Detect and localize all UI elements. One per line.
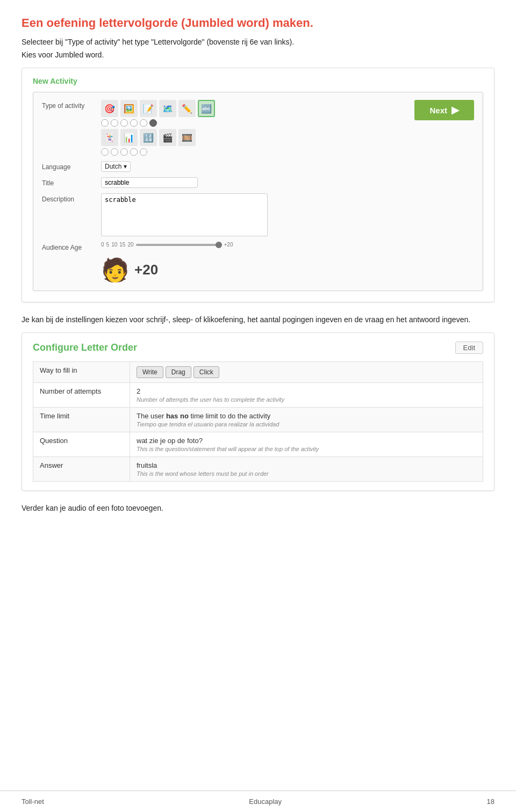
radio-2[interactable] <box>111 119 118 127</box>
activity-icon-7[interactable]: 🃏 <box>101 129 118 146</box>
language-value: Dutch <box>105 163 121 170</box>
slider-10-label: 10 <box>111 242 117 248</box>
description-textarea[interactable]: scrabble <box>101 193 268 236</box>
question-main: wat zie je op de foto? <box>137 437 476 445</box>
attempts-value: 2 Number of attempts the user has to com… <box>130 383 483 408</box>
activity-icon-10[interactable]: 🎬 <box>159 129 176 146</box>
write-button[interactable]: Write <box>137 366 163 378</box>
activity-icon-11[interactable]: 🎞️ <box>178 129 196 146</box>
activity-box-title: New Activity <box>33 77 483 85</box>
config-header: Configure Letter Order Edit <box>33 342 483 354</box>
slider-20-label: 20 <box>127 242 133 248</box>
activity-icon-4[interactable]: 🗺️ <box>159 100 176 117</box>
activity-inner: Next ▶ Type of activity 🎯 🖼️ 📝 🗺️ ✏️ 🔤 <box>33 92 483 291</box>
footer: Toll-net Educaplay 18 <box>0 791 516 812</box>
table-row: Number of attempts 2 Number of attempts … <box>33 383 483 408</box>
answer-value: fruitsla This is the word whose letters … <box>130 457 483 482</box>
attempts-main: 2 <box>137 387 476 395</box>
page-title: Een oefening lettervolgorde (Jumbled wor… <box>22 16 494 30</box>
time-limit-main: The user has no time limit to do the act… <box>137 412 476 420</box>
edit-button[interactable]: Edit <box>455 342 483 354</box>
outro-text: Verder kan je audio of een foto toevoege… <box>22 504 494 512</box>
next-label: Next <box>429 106 447 115</box>
activity-icon-3[interactable]: 📝 <box>140 100 157 117</box>
way-to-fill-label: Way to fill in <box>33 362 130 383</box>
footer-right: 18 <box>487 798 494 806</box>
body-text: Je kan bij de instellingen kiezen voor s… <box>22 315 494 324</box>
age-slider[interactable]: 0 5 10 15 20 +20 <box>101 242 233 248</box>
table-row: Answer fruitsla This is the word whose l… <box>33 457 483 482</box>
type-of-activity-row: Type of activity 🎯 🖼️ 📝 🗺️ ✏️ 🔤 <box>42 100 474 156</box>
activity-icon-6[interactable]: 🔤 <box>198 100 215 117</box>
next-button[interactable]: Next ▶ <box>414 100 474 120</box>
radio-6[interactable] <box>149 119 157 127</box>
radio-11[interactable] <box>140 148 147 156</box>
age-badge: +20 <box>134 262 158 278</box>
time-limit-value: The user has no time limit to do the act… <box>130 408 483 432</box>
intro-text-1: Selecteer bij "Type of activity" het typ… <box>22 38 494 46</box>
language-label: Language <box>42 161 101 171</box>
activity-icon-1[interactable]: 🎯 <box>101 100 118 117</box>
next-arrow-icon: ▶ <box>452 104 459 116</box>
table-row: Way to fill in Write Drag Click <box>33 362 483 383</box>
description-label: Description <box>42 193 101 203</box>
question-value: wat zie je op de foto? This is the quest… <box>130 432 483 457</box>
title-input[interactable] <box>101 177 198 188</box>
configure-letter-order-box: Configure Letter Order Edit Way to fill … <box>22 332 494 491</box>
audience-age-label: Audience Age <box>42 242 101 251</box>
question-hint: This is the question/statement that will… <box>137 446 476 452</box>
new-activity-box: New Activity Next ▶ Type of activity 🎯 🖼… <box>22 68 494 302</box>
time-limit-label: Time limit <box>33 408 130 432</box>
activity-icon-5[interactable]: ✏️ <box>178 100 196 117</box>
language-row: Language Dutch ▾ <box>42 161 474 172</box>
language-select[interactable]: Dutch ▾ <box>101 161 131 172</box>
answer-main: fruitsla <box>137 461 476 469</box>
table-row: Question wat zie je op de foto? This is … <box>33 432 483 457</box>
description-row: Description scrabble <box>42 193 474 236</box>
intro-text-2: Kies voor Jumbled word. <box>22 50 494 59</box>
table-row: Time limit The user has no time limit to… <box>33 408 483 432</box>
title-label: Title <box>42 177 101 187</box>
chevron-down-icon: ▾ <box>124 163 127 170</box>
slider-15-label: 15 <box>119 242 125 248</box>
fill-buttons: Write Drag Click <box>137 366 476 378</box>
avatar-age-display: 🧑 +20 <box>101 257 474 283</box>
way-to-fill-value: Write Drag Click <box>130 362 483 383</box>
answer-label: Answer <box>33 457 130 482</box>
config-table: Way to fill in Write Drag Click Number o… <box>33 361 483 482</box>
activity-icon-9[interactable]: 🔢 <box>140 129 157 146</box>
radio-4[interactable] <box>130 119 138 127</box>
attempts-label: Number of attempts <box>33 383 130 408</box>
type-of-activity-label: Type of activity <box>42 100 101 110</box>
radio-8[interactable] <box>111 148 118 156</box>
time-limit-hint: Tiempo que tendra el usuario para realiz… <box>137 421 476 427</box>
footer-left: Toll-net <box>22 798 44 806</box>
title-row: Title <box>42 177 474 188</box>
answer-hint: This is the word whose letters must be p… <box>137 470 476 477</box>
radio-5[interactable] <box>140 119 147 127</box>
slider-max-label: +20 <box>224 242 233 248</box>
activity-icon-8[interactable]: 📊 <box>120 129 138 146</box>
attempts-hint: Number of attempts the user has to compl… <box>137 396 476 403</box>
slider-min-label: 0 <box>101 242 104 248</box>
question-label: Question <box>33 432 130 457</box>
footer-center: Educaplay <box>249 798 282 806</box>
audience-age-row: Audience Age 0 5 10 15 20 +20 <box>42 242 474 251</box>
config-title: Configure Letter Order <box>33 342 137 353</box>
radio-9[interactable] <box>120 148 128 156</box>
radio-7[interactable] <box>101 148 109 156</box>
radio-1[interactable] <box>101 119 109 127</box>
slider-5-label: 5 <box>106 242 110 248</box>
activity-icons: 🎯 🖼️ 📝 🗺️ ✏️ 🔤 <box>101 100 215 156</box>
radio-10[interactable] <box>130 148 138 156</box>
avatar-icon: 🧑 <box>101 257 129 283</box>
activity-icon-2[interactable]: 🖼️ <box>120 100 138 117</box>
radio-3[interactable] <box>120 119 128 127</box>
click-button[interactable]: Click <box>194 366 219 378</box>
time-limit-bold: has no <box>166 412 189 420</box>
drag-button[interactable]: Drag <box>166 366 191 378</box>
